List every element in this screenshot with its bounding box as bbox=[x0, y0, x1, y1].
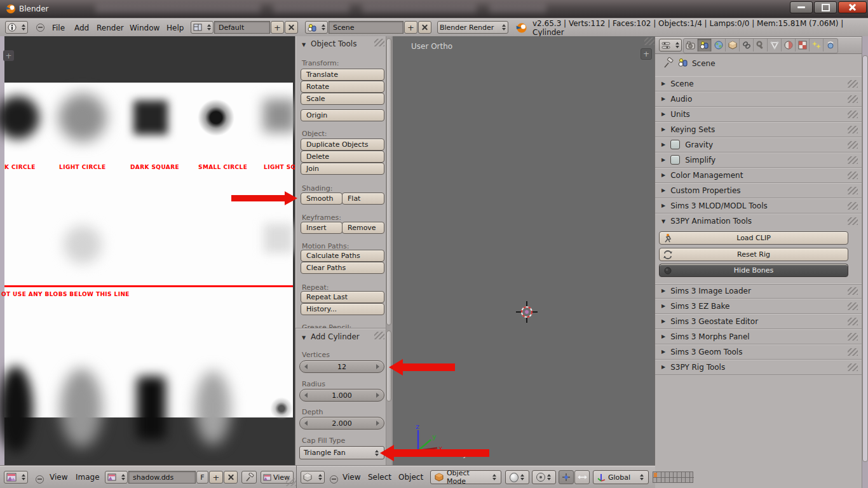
scene-browse[interactable] bbox=[305, 21, 328, 34]
layers-widget[interactable] bbox=[653, 471, 693, 483]
viewport-region[interactable]: User Ortho + z y x (1) Cylinder bbox=[391, 36, 654, 465]
modifiers-tab-icon[interactable] bbox=[754, 39, 768, 51]
region-corner-grip[interactable] bbox=[644, 37, 654, 45]
panel-header-image-loader[interactable]: ▶Sims 3 Image Loader bbox=[655, 283, 862, 299]
delete-button[interactable]: Delete bbox=[301, 151, 384, 163]
panel-header-simplify[interactable]: ▶Simplify bbox=[655, 152, 862, 168]
screen-layout-browse[interactable] bbox=[191, 21, 214, 34]
clear-paths-button[interactable]: Clear Paths bbox=[301, 262, 384, 274]
duplicate-objects-button[interactable]: Duplicate Objects bbox=[301, 139, 384, 151]
panel-header-custom-properties[interactable]: ▶Custom Properties bbox=[655, 183, 862, 198]
panel-header-keying-sets[interactable]: ▶Keying Sets bbox=[655, 122, 862, 137]
particles-tab-icon[interactable] bbox=[810, 39, 824, 51]
menu-help[interactable]: Help bbox=[166, 18, 184, 37]
decrement-icon[interactable] bbox=[304, 393, 308, 398]
manipulator-toggle[interactable] bbox=[559, 470, 574, 484]
menu-window[interactable]: Window bbox=[130, 18, 159, 37]
panel-header-gravity[interactable]: ▶Gravity bbox=[655, 137, 862, 152]
texture-tab-icon[interactable] bbox=[796, 39, 810, 51]
origin-button[interactable]: Origin bbox=[301, 109, 384, 121]
menu-add[interactable]: Add bbox=[74, 18, 89, 37]
panel-header-scene[interactable]: ▶Scene bbox=[655, 76, 862, 92]
properties-scrollbar[interactable] bbox=[862, 36, 868, 488]
depth-slider[interactable]: 2.000 bbox=[299, 417, 384, 430]
translate-manipulator-toggle[interactable] bbox=[574, 470, 590, 484]
material-tab-icon[interactable] bbox=[782, 39, 796, 51]
panel-header-units[interactable]: ▶Units bbox=[655, 107, 862, 122]
insert-keyframe-button[interactable]: Insert bbox=[301, 222, 342, 234]
mode-dropdown[interactable]: Object Mode bbox=[430, 470, 501, 484]
data-tab-icon[interactable] bbox=[768, 39, 782, 51]
simplify-checkbox[interactable] bbox=[670, 155, 680, 165]
scene-tab-icon[interactable] bbox=[698, 39, 712, 51]
calculate-paths-button[interactable]: Calculate Paths bbox=[301, 250, 384, 262]
unlink-image-button[interactable] bbox=[224, 471, 238, 484]
delete-scene-button[interactable] bbox=[418, 21, 431, 34]
region-expand-button[interactable]: + bbox=[641, 48, 652, 60]
cap-fill-dropdown[interactable]: Triangle Fan bbox=[299, 446, 384, 459]
panel-header-s3py-animation[interactable]: ▼S3PY Animation Tools bbox=[655, 214, 862, 229]
menu-image[interactable]: Image bbox=[76, 466, 100, 488]
rotate-button[interactable]: Rotate bbox=[301, 81, 384, 93]
delete-layout-button[interactable] bbox=[285, 21, 298, 34]
decrement-icon[interactable] bbox=[304, 421, 308, 426]
join-button[interactable]: Join bbox=[301, 163, 384, 175]
menu-render[interactable]: Render bbox=[97, 18, 124, 37]
hide-bones-button[interactable]: Hide Bones bbox=[659, 264, 848, 277]
constraints-tab-icon[interactable] bbox=[740, 39, 754, 51]
history-button[interactable]: History... bbox=[301, 303, 384, 315]
render-tab-icon[interactable] bbox=[684, 39, 698, 51]
maximize-button[interactable] bbox=[814, 1, 837, 13]
close-button[interactable] bbox=[838, 1, 867, 13]
editor-type-selector[interactable] bbox=[659, 39, 682, 51]
decrement-icon[interactable] bbox=[304, 364, 308, 369]
panel-header-audio[interactable]: ▶Audio bbox=[655, 92, 862, 107]
titlebar[interactable]: Blender bbox=[0, 0, 868, 18]
pivot-dropdown[interactable] bbox=[532, 470, 556, 484]
repeat-last-button[interactable]: Repeat Last bbox=[301, 291, 384, 303]
panel-header-mlod-tools[interactable]: ▶Sims 3 MLOD/MODL Tools bbox=[655, 198, 862, 214]
collapse-menus-icon[interactable] bbox=[36, 475, 44, 484]
panel-header-color-management[interactable]: ▶Color Management bbox=[655, 168, 862, 183]
pin-icon[interactable] bbox=[663, 57, 674, 69]
shade-flat-button[interactable]: Flat bbox=[342, 193, 384, 205]
image-name-field[interactable]: shadow.dds bbox=[128, 471, 196, 484]
add-layout-button[interactable]: + bbox=[271, 21, 284, 34]
menu-select[interactable]: Select bbox=[368, 466, 391, 488]
load-clip-button[interactable]: Load CLIP bbox=[659, 231, 848, 245]
add-scene-button[interactable]: + bbox=[404, 21, 417, 34]
new-image-button[interactable]: + bbox=[209, 471, 223, 484]
panel-header-rig-tools[interactable]: ▶S3PY Rig Tools bbox=[655, 360, 862, 375]
collapse-menus-icon[interactable] bbox=[330, 475, 338, 484]
scrollbar-handle[interactable] bbox=[386, 38, 391, 325]
operator-panel-title[interactable]: Add Cylinder bbox=[311, 332, 360, 341]
fake-user-button[interactable]: F bbox=[196, 471, 208, 484]
shading-dropdown[interactable] bbox=[505, 470, 529, 484]
remove-keyframe-button[interactable]: Remove bbox=[342, 222, 384, 234]
menu-object[interactable]: Object bbox=[398, 466, 423, 488]
increment-icon[interactable] bbox=[376, 393, 379, 398]
radius-slider[interactable]: 1.000 bbox=[299, 389, 384, 402]
orientation-dropdown[interactable]: Global bbox=[593, 470, 649, 484]
panel-header-geom-tools[interactable]: ▶Sims 3 Geom Tools bbox=[655, 344, 862, 360]
scrollbar-handle[interactable] bbox=[862, 55, 868, 462]
vertices-slider[interactable]: 12 bbox=[299, 360, 384, 373]
panel-header-geostate-editor[interactable]: ▶Sims 3 Geostate Editor bbox=[655, 314, 862, 329]
collapse-menus-icon[interactable] bbox=[36, 24, 44, 32]
world-tab-icon[interactable] bbox=[712, 39, 726, 51]
shade-smooth-button[interactable]: Smooth bbox=[301, 193, 342, 205]
tool-shelf-title[interactable]: Object Tools bbox=[311, 39, 356, 48]
reset-rig-button[interactable]: Reset Rig bbox=[659, 248, 848, 261]
physics-tab-icon[interactable] bbox=[824, 39, 837, 51]
menu-view[interactable]: View bbox=[342, 466, 360, 488]
translate-button[interactable]: Translate bbox=[301, 69, 384, 81]
object-tab-icon[interactable] bbox=[726, 39, 740, 51]
image-browse[interactable] bbox=[105, 471, 128, 484]
region-expand-button[interactable]: + bbox=[3, 50, 14, 61]
increment-icon[interactable] bbox=[376, 364, 379, 369]
increment-icon[interactable] bbox=[376, 421, 379, 426]
gravity-checkbox[interactable] bbox=[670, 140, 680, 149]
menu-view[interactable]: View bbox=[50, 466, 67, 488]
editor-type-selector[interactable] bbox=[4, 471, 28, 484]
minimize-button[interactable] bbox=[790, 1, 813, 13]
